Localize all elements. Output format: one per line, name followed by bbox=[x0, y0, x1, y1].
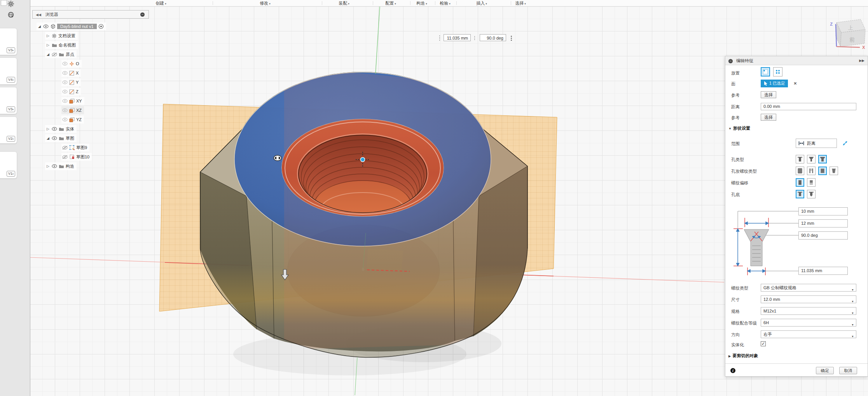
browser-row-sketch9[interactable]: 草图9 bbox=[61, 144, 89, 151]
thread-full-button[interactable] bbox=[796, 178, 804, 187]
browser-row-doc-settings[interactable]: ▷ 文档设置 bbox=[45, 32, 78, 40]
diameter-input[interactable]: 11.035 mm bbox=[444, 34, 471, 41]
modeled-checkbox[interactable]: ✓ bbox=[761, 341, 766, 346]
eye-icon[interactable] bbox=[62, 108, 68, 112]
expanded-triangle-icon[interactable]: ◢ bbox=[46, 136, 50, 140]
version-badge[interactable]: V1▾ bbox=[7, 171, 15, 177]
root-document-label[interactable]: Day5-blind nut v1 bbox=[57, 24, 97, 29]
version-badge[interactable]: V3▾ bbox=[7, 47, 15, 53]
eye-icon[interactable] bbox=[52, 127, 57, 131]
flip-direction-icon[interactable] bbox=[842, 140, 848, 146]
cancel-button[interactable]: 取消 bbox=[839, 367, 857, 374]
objects-to-cut-section[interactable]: ▶要剪切的对象 bbox=[728, 353, 758, 359]
browser-row-named-views[interactable]: ▷ 命名视图 bbox=[45, 41, 78, 49]
menu-insert[interactable]: 插入▾ bbox=[469, 0, 494, 6]
info-icon[interactable]: i bbox=[730, 368, 735, 373]
collapsed-triangle-icon[interactable]: ▷ bbox=[46, 127, 50, 131]
extent-dropdown[interactable]: 距离 bbox=[796, 139, 837, 148]
browser-row-sketches[interactable]: ◢ 草图 bbox=[45, 134, 77, 142]
eye-icon[interactable] bbox=[62, 90, 68, 94]
browser-row-plane-xy[interactable]: XY bbox=[61, 97, 84, 105]
expand-panel-icon[interactable]: ▶▶ bbox=[859, 56, 865, 65]
browser-row-axis-x[interactable]: X bbox=[61, 69, 81, 77]
version-badge[interactable]: V2▾ bbox=[7, 136, 15, 142]
bottom-flat-button[interactable] bbox=[796, 190, 804, 198]
menu-construct[interactable]: 构造▾ bbox=[409, 0, 434, 6]
eye-icon[interactable] bbox=[62, 118, 68, 122]
options-grip[interactable] bbox=[511, 36, 512, 41]
collapse-panel-icon[interactable]: ◀◀ bbox=[36, 13, 41, 17]
shape-settings-section[interactable]: ▼形状设置 bbox=[728, 125, 750, 131]
menu-inspect[interactable]: 检验▾ bbox=[433, 0, 458, 6]
globe-eye-icon[interactable] bbox=[8, 12, 14, 18]
document-thumbnail[interactable]: V1▾ bbox=[0, 151, 17, 179]
version-badge[interactable]: V4▾ bbox=[7, 77, 15, 83]
hole-type-counterbore-button[interactable] bbox=[807, 155, 816, 163]
document-thumbnail[interactable]: V4▾ bbox=[0, 57, 17, 85]
eye-icon[interactable] bbox=[52, 164, 57, 168]
hole-type-countersink-button[interactable] bbox=[818, 155, 827, 163]
menu-select[interactable]: 选择▾ bbox=[508, 0, 533, 6]
menu-create[interactable]: 创建▾ bbox=[148, 0, 173, 6]
browser-row-plane-yz[interactable]: YZ bbox=[61, 116, 84, 123]
expanded-triangle-icon[interactable]: ◢ bbox=[46, 52, 50, 56]
direction-dropdown[interactable]: 右手▼ bbox=[761, 330, 856, 338]
minimize-browser-icon[interactable]: − bbox=[140, 12, 145, 17]
eye-off-icon[interactable] bbox=[62, 155, 68, 159]
document-thumbnail[interactable]: V2▾ bbox=[0, 116, 17, 144]
document-thumbnail[interactable]: V3▾ bbox=[0, 87, 17, 114]
tap-type-clearance-button[interactable] bbox=[807, 167, 816, 175]
countersink-angle-input[interactable]: 90.0 deg bbox=[798, 231, 848, 240]
thread-partial-button[interactable] bbox=[807, 178, 816, 187]
eye-icon[interactable] bbox=[62, 62, 68, 66]
browser-row-sketch10[interactable]: 草图10 bbox=[61, 153, 92, 161]
drag-grip[interactable] bbox=[439, 35, 440, 41]
browser-row-origin-point[interactable]: O bbox=[61, 60, 82, 68]
dialog-minimize-icon[interactable]: − bbox=[728, 59, 733, 63]
size-dropdown[interactable]: 12.0 mm▼ bbox=[761, 295, 856, 303]
drag-grip[interactable] bbox=[474, 36, 475, 40]
browser-row-root[interactable]: ◢ Day5-blind nut v1 bbox=[37, 23, 106, 30]
face-selection-chip[interactable]: 1 已选定 bbox=[761, 80, 788, 87]
browser-row-axis-y[interactable]: Y bbox=[61, 78, 81, 86]
collapsed-triangle-icon[interactable]: ▷ bbox=[46, 34, 50, 38]
eye-off-icon[interactable] bbox=[62, 146, 68, 150]
eye-icon[interactable] bbox=[43, 24, 49, 28]
activate-component-radio[interactable] bbox=[98, 24, 104, 29]
depth-input[interactable]: 10 mm bbox=[798, 207, 848, 215]
clear-selection-icon[interactable]: × bbox=[794, 80, 797, 86]
ok-button[interactable]: 确定 bbox=[816, 367, 834, 374]
eye-icon[interactable] bbox=[62, 71, 68, 75]
reference2-select-button[interactable]: 选择 bbox=[761, 114, 776, 121]
expanded-triangle-icon[interactable]: ◢ bbox=[37, 24, 42, 28]
browser-row-axis-z[interactable]: Z bbox=[61, 88, 81, 96]
placement-single-button[interactable] bbox=[761, 67, 770, 76]
tap-type-simple-button[interactable] bbox=[796, 167, 804, 175]
thread-type-dropdown[interactable]: GB 公制螺纹规格▼ bbox=[761, 284, 856, 292]
browser-header[interactable]: ◀◀ 浏览器 − bbox=[32, 10, 149, 19]
dialog-header[interactable]: − 编辑特征 ▶▶ bbox=[725, 56, 868, 65]
distance-input[interactable]: 0.00 mm bbox=[761, 103, 856, 110]
version-badge[interactable]: V3▾ bbox=[7, 106, 15, 112]
eye-off-icon[interactable] bbox=[52, 52, 57, 57]
tap-type-taper-button[interactable] bbox=[830, 167, 838, 175]
browser-row-plane-xz[interactable]: XZ bbox=[61, 106, 84, 114]
hole-type-simple-button[interactable] bbox=[796, 155, 804, 163]
menu-assemble[interactable]: 装配▾ bbox=[332, 0, 356, 6]
hole-diameter-input[interactable]: 11.035 mm bbox=[798, 267, 848, 275]
collapsed-triangle-icon[interactable]: ▷ bbox=[46, 164, 50, 168]
browser-row-origin[interactable]: ◢ 原点 bbox=[45, 50, 77, 58]
browser-row-bodies[interactable]: ▷ 实体 bbox=[45, 125, 77, 133]
collapsed-triangle-icon[interactable]: ▷ bbox=[46, 43, 50, 47]
countersink-diameter-input[interactable]: 12 mm bbox=[798, 219, 848, 228]
angle-input[interactable]: 90.0 deg bbox=[480, 34, 506, 41]
menu-modify[interactable]: 修改▾ bbox=[253, 0, 278, 6]
browser-row-construction[interactable]: ▷ 构造 bbox=[45, 162, 77, 170]
menu-configure[interactable]: 配置▾ bbox=[378, 0, 403, 6]
document-thumbnail[interactable]: V3▾ bbox=[0, 28, 17, 55]
eye-icon[interactable] bbox=[62, 99, 68, 103]
bottom-angle-button[interactable] bbox=[807, 190, 816, 198]
thread-class-dropdown[interactable]: 6H▼ bbox=[761, 319, 856, 327]
eye-icon[interactable] bbox=[52, 136, 57, 140]
reference-select-button[interactable]: 选择 bbox=[761, 91, 776, 98]
